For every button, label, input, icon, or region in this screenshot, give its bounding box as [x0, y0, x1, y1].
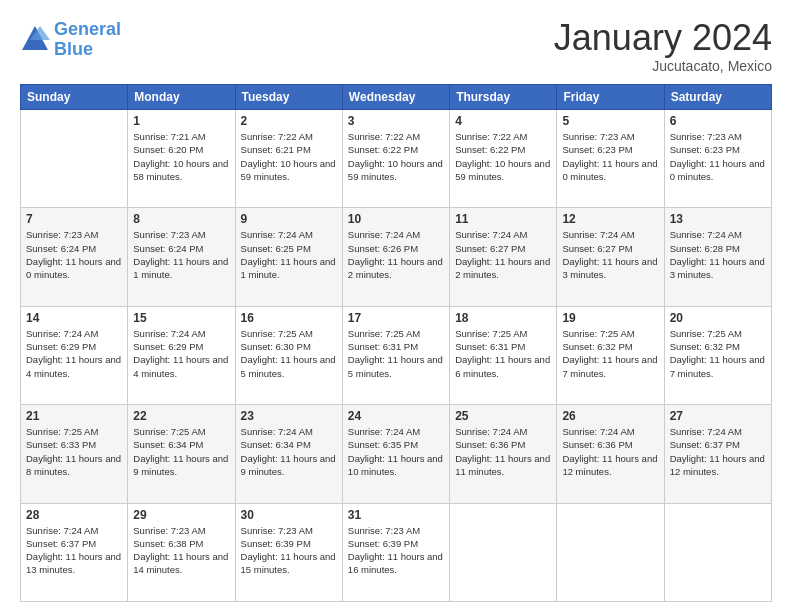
- calendar-cell: 16Sunrise: 7:25 AMSunset: 6:30 PMDayligh…: [235, 306, 342, 404]
- day-number: 15: [133, 311, 229, 325]
- calendar-cell: 10Sunrise: 7:24 AMSunset: 6:26 PMDayligh…: [342, 208, 449, 306]
- day-number: 10: [348, 212, 444, 226]
- day-info: Sunrise: 7:25 AMSunset: 6:31 PMDaylight:…: [455, 327, 551, 380]
- calendar-cell: 20Sunrise: 7:25 AMSunset: 6:32 PMDayligh…: [664, 306, 771, 404]
- calendar-cell: 11Sunrise: 7:24 AMSunset: 6:27 PMDayligh…: [450, 208, 557, 306]
- title-section: January 2024 Jucutacato, Mexico: [554, 20, 772, 74]
- logo: General Blue: [20, 20, 121, 60]
- day-info: Sunrise: 7:24 AMSunset: 6:27 PMDaylight:…: [562, 228, 658, 281]
- day-info: Sunrise: 7:24 AMSunset: 6:36 PMDaylight:…: [562, 425, 658, 478]
- day-info: Sunrise: 7:24 AMSunset: 6:29 PMDaylight:…: [133, 327, 229, 380]
- day-info: Sunrise: 7:24 AMSunset: 6:29 PMDaylight:…: [26, 327, 122, 380]
- day-number: 16: [241, 311, 337, 325]
- day-info: Sunrise: 7:23 AMSunset: 6:39 PMDaylight:…: [241, 524, 337, 577]
- day-number: 1: [133, 114, 229, 128]
- day-info: Sunrise: 7:24 AMSunset: 6:35 PMDaylight:…: [348, 425, 444, 478]
- header: General Blue January 2024 Jucutacato, Me…: [20, 20, 772, 74]
- calendar-cell: 12Sunrise: 7:24 AMSunset: 6:27 PMDayligh…: [557, 208, 664, 306]
- calendar-cell: 24Sunrise: 7:24 AMSunset: 6:35 PMDayligh…: [342, 405, 449, 503]
- week-row-4: 21Sunrise: 7:25 AMSunset: 6:33 PMDayligh…: [21, 405, 772, 503]
- logo-line1: General: [54, 19, 121, 39]
- day-number: 30: [241, 508, 337, 522]
- day-info: Sunrise: 7:23 AMSunset: 6:23 PMDaylight:…: [562, 130, 658, 183]
- day-number: 23: [241, 409, 337, 423]
- day-info: Sunrise: 7:25 AMSunset: 6:31 PMDaylight:…: [348, 327, 444, 380]
- day-number: 20: [670, 311, 766, 325]
- calendar-cell: [450, 503, 557, 601]
- calendar-cell: 21Sunrise: 7:25 AMSunset: 6:33 PMDayligh…: [21, 405, 128, 503]
- day-number: 27: [670, 409, 766, 423]
- header-friday: Friday: [557, 85, 664, 110]
- calendar-cell: 22Sunrise: 7:25 AMSunset: 6:34 PMDayligh…: [128, 405, 235, 503]
- weekday-header-row: Sunday Monday Tuesday Wednesday Thursday…: [21, 85, 772, 110]
- calendar-cell: 7Sunrise: 7:23 AMSunset: 6:24 PMDaylight…: [21, 208, 128, 306]
- day-number: 13: [670, 212, 766, 226]
- day-number: 25: [455, 409, 551, 423]
- calendar-cell: 26Sunrise: 7:24 AMSunset: 6:36 PMDayligh…: [557, 405, 664, 503]
- day-number: 5: [562, 114, 658, 128]
- month-title: January 2024: [554, 20, 772, 56]
- calendar-cell: 17Sunrise: 7:25 AMSunset: 6:31 PMDayligh…: [342, 306, 449, 404]
- day-info: Sunrise: 7:23 AMSunset: 6:24 PMDaylight:…: [26, 228, 122, 281]
- calendar-cell: 2Sunrise: 7:22 AMSunset: 6:21 PMDaylight…: [235, 110, 342, 208]
- day-info: Sunrise: 7:24 AMSunset: 6:36 PMDaylight:…: [455, 425, 551, 478]
- calendar-cell: 9Sunrise: 7:24 AMSunset: 6:25 PMDaylight…: [235, 208, 342, 306]
- day-info: Sunrise: 7:25 AMSunset: 6:32 PMDaylight:…: [562, 327, 658, 380]
- day-number: 22: [133, 409, 229, 423]
- day-number: 4: [455, 114, 551, 128]
- calendar-cell: 28Sunrise: 7:24 AMSunset: 6:37 PMDayligh…: [21, 503, 128, 601]
- calendar-cell: [557, 503, 664, 601]
- day-number: 28: [26, 508, 122, 522]
- day-info: Sunrise: 7:24 AMSunset: 6:25 PMDaylight:…: [241, 228, 337, 281]
- day-info: Sunrise: 7:24 AMSunset: 6:37 PMDaylight:…: [670, 425, 766, 478]
- week-row-3: 14Sunrise: 7:24 AMSunset: 6:29 PMDayligh…: [21, 306, 772, 404]
- day-number: 19: [562, 311, 658, 325]
- day-info: Sunrise: 7:24 AMSunset: 6:34 PMDaylight:…: [241, 425, 337, 478]
- day-info: Sunrise: 7:23 AMSunset: 6:38 PMDaylight:…: [133, 524, 229, 577]
- logo-text: General Blue: [54, 20, 121, 60]
- calendar-cell: 3Sunrise: 7:22 AMSunset: 6:22 PMDaylight…: [342, 110, 449, 208]
- day-info: Sunrise: 7:22 AMSunset: 6:21 PMDaylight:…: [241, 130, 337, 183]
- calendar-cell: 6Sunrise: 7:23 AMSunset: 6:23 PMDaylight…: [664, 110, 771, 208]
- calendar-cell: 27Sunrise: 7:24 AMSunset: 6:37 PMDayligh…: [664, 405, 771, 503]
- calendar-cell: 31Sunrise: 7:23 AMSunset: 6:39 PMDayligh…: [342, 503, 449, 601]
- day-info: Sunrise: 7:21 AMSunset: 6:20 PMDaylight:…: [133, 130, 229, 183]
- logo-line2: Blue: [54, 39, 93, 59]
- calendar-cell: 29Sunrise: 7:23 AMSunset: 6:38 PMDayligh…: [128, 503, 235, 601]
- calendar-cell: [21, 110, 128, 208]
- logo-icon: [20, 24, 50, 52]
- day-info: Sunrise: 7:23 AMSunset: 6:24 PMDaylight:…: [133, 228, 229, 281]
- calendar-cell: 4Sunrise: 7:22 AMSunset: 6:22 PMDaylight…: [450, 110, 557, 208]
- calendar-cell: 18Sunrise: 7:25 AMSunset: 6:31 PMDayligh…: [450, 306, 557, 404]
- day-number: 31: [348, 508, 444, 522]
- calendar-cell: 8Sunrise: 7:23 AMSunset: 6:24 PMDaylight…: [128, 208, 235, 306]
- day-number: 24: [348, 409, 444, 423]
- day-number: 8: [133, 212, 229, 226]
- header-monday: Monday: [128, 85, 235, 110]
- header-saturday: Saturday: [664, 85, 771, 110]
- day-number: 12: [562, 212, 658, 226]
- day-number: 3: [348, 114, 444, 128]
- calendar-cell: 5Sunrise: 7:23 AMSunset: 6:23 PMDaylight…: [557, 110, 664, 208]
- day-number: 18: [455, 311, 551, 325]
- header-tuesday: Tuesday: [235, 85, 342, 110]
- calendar-cell: [664, 503, 771, 601]
- day-number: 2: [241, 114, 337, 128]
- day-info: Sunrise: 7:24 AMSunset: 6:26 PMDaylight:…: [348, 228, 444, 281]
- calendar-table: Sunday Monday Tuesday Wednesday Thursday…: [20, 84, 772, 602]
- location-title: Jucutacato, Mexico: [554, 58, 772, 74]
- calendar-cell: 23Sunrise: 7:24 AMSunset: 6:34 PMDayligh…: [235, 405, 342, 503]
- calendar-cell: 14Sunrise: 7:24 AMSunset: 6:29 PMDayligh…: [21, 306, 128, 404]
- day-number: 14: [26, 311, 122, 325]
- day-info: Sunrise: 7:23 AMSunset: 6:39 PMDaylight:…: [348, 524, 444, 577]
- calendar-cell: 1Sunrise: 7:21 AMSunset: 6:20 PMDaylight…: [128, 110, 235, 208]
- day-number: 9: [241, 212, 337, 226]
- calendar-cell: 25Sunrise: 7:24 AMSunset: 6:36 PMDayligh…: [450, 405, 557, 503]
- day-number: 11: [455, 212, 551, 226]
- calendar-cell: 13Sunrise: 7:24 AMSunset: 6:28 PMDayligh…: [664, 208, 771, 306]
- day-info: Sunrise: 7:24 AMSunset: 6:28 PMDaylight:…: [670, 228, 766, 281]
- day-info: Sunrise: 7:22 AMSunset: 6:22 PMDaylight:…: [348, 130, 444, 183]
- day-info: Sunrise: 7:23 AMSunset: 6:23 PMDaylight:…: [670, 130, 766, 183]
- day-number: 26: [562, 409, 658, 423]
- day-info: Sunrise: 7:25 AMSunset: 6:30 PMDaylight:…: [241, 327, 337, 380]
